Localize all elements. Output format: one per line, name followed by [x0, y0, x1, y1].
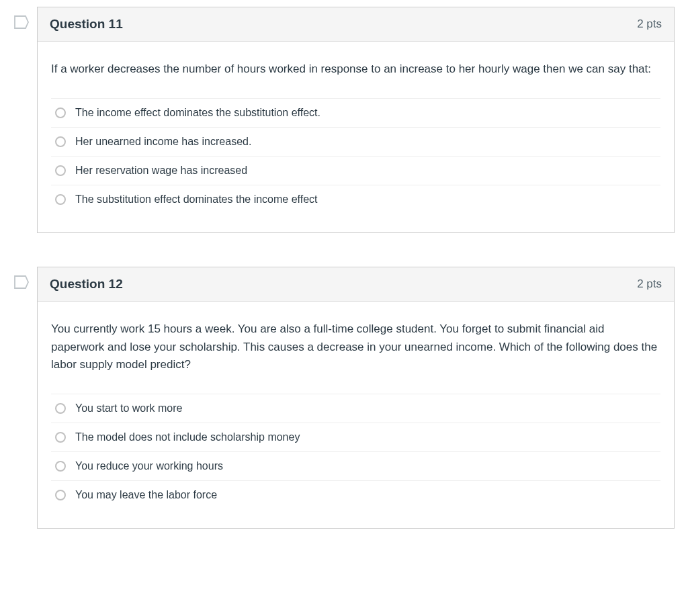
question-block: Question 12 2 pts You currently work 15 … — [37, 267, 675, 529]
answers-list: You start to work more The model does no… — [51, 394, 660, 509]
question-prompt: If a worker decreases the number of hour… — [51, 60, 660, 78]
question-title: Question 11 — [50, 17, 123, 32]
answer-label[interactable]: Her reservation wage has increased — [75, 165, 247, 177]
answer-row[interactable]: You start to work more — [51, 394, 660, 423]
answer-label[interactable]: The model does not include scholarship m… — [75, 431, 300, 443]
answer-row[interactable]: Her unearned income has increased. — [51, 127, 660, 156]
answer-row[interactable]: The income effect dominates the substitu… — [51, 98, 660, 127]
radio-icon[interactable] — [55, 165, 66, 176]
radio-icon[interactable] — [55, 403, 66, 414]
radio-icon[interactable] — [55, 107, 66, 118]
radio-icon[interactable] — [55, 136, 66, 147]
radio-icon[interactable] — [55, 194, 66, 205]
answer-row[interactable]: You reduce your working hours — [51, 451, 660, 480]
answers-list: The income effect dominates the substitu… — [51, 98, 660, 214]
answer-label[interactable]: Her unearned income has increased. — [75, 136, 251, 148]
question-points: 2 pts — [637, 277, 662, 291]
answer-label[interactable]: You start to work more — [75, 402, 182, 414]
flag-icon[interactable] — [13, 15, 30, 30]
question-header: Question 11 2 pts — [38, 7, 674, 42]
answer-row[interactable]: Her reservation wage has increased — [51, 156, 660, 185]
answer-label[interactable]: You reduce your working hours — [75, 460, 223, 472]
question-card: Question 12 2 pts You currently work 15 … — [37, 267, 675, 529]
question-body: You currently work 15 hours a week. You … — [38, 302, 674, 528]
answer-row[interactable]: The model does not include scholarship m… — [51, 423, 660, 451]
answer-label[interactable]: You may leave the labor force — [75, 489, 217, 501]
radio-icon[interactable] — [55, 461, 66, 472]
answer-row[interactable]: The substitution effect dominates the in… — [51, 185, 660, 214]
question-points: 2 pts — [637, 17, 662, 31]
question-card: Question 11 2 pts If a worker decreases … — [37, 7, 675, 233]
answer-label[interactable]: The income effect dominates the substitu… — [75, 107, 320, 119]
question-header: Question 12 2 pts — [38, 267, 674, 302]
answer-row[interactable]: You may leave the labor force — [51, 480, 660, 509]
question-block: Question 11 2 pts If a worker decreases … — [37, 7, 675, 233]
flag-icon[interactable] — [13, 275, 30, 290]
radio-icon[interactable] — [55, 490, 66, 500]
answer-label[interactable]: The substitution effect dominates the in… — [75, 193, 318, 206]
question-prompt: You currently work 15 hours a week. You … — [51, 320, 660, 373]
question-title: Question 12 — [50, 277, 123, 292]
question-body: If a worker decreases the number of hour… — [38, 42, 674, 232]
radio-icon[interactable] — [55, 432, 66, 443]
